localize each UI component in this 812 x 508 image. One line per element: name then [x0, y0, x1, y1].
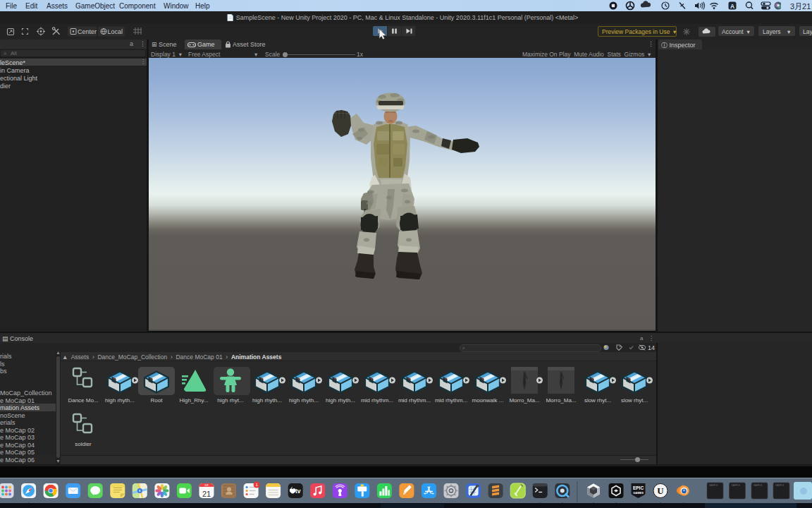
svg-text:SAMPLE: SAMPLE	[775, 484, 784, 487]
svg-text:high rhyth...: high rhyth...	[252, 397, 282, 404]
svg-text:SAMPLE: SAMPLE	[732, 484, 740, 487]
svg-text:high rhyth...: high rhyth...	[105, 397, 135, 404]
svg-text:mid rhythm...: mid rhythm...	[398, 397, 431, 404]
svg-text:slow rhyt...: slow rhyt...	[621, 397, 648, 404]
svg-text:mid rhythm...: mid rhythm...	[435, 397, 467, 404]
svg-text:SAMPLE: SAMPLE	[753, 484, 762, 487]
svg-text:high rhyth...: high rhyth...	[326, 397, 355, 404]
svg-text:Center: Center	[78, 28, 97, 35]
svg-text:tv: tv	[295, 488, 301, 495]
svg-text:Local: Local	[108, 28, 123, 35]
svg-text:slow rhyt...: slow rhyt...	[584, 397, 611, 404]
svg-text:EPIC: EPIC	[633, 485, 644, 490]
svg-text:21: 21	[202, 490, 211, 498]
svg-text:soldier: soldier	[75, 441, 92, 447]
svg-text:high rhyt...: high rhyt...	[217, 397, 243, 404]
svg-text:moonwalk ...: moonwalk ...	[472, 397, 504, 404]
svg-text:Root: Root	[151, 397, 164, 404]
svg-text:Morro_Ma...: Morro_Ma...	[509, 397, 539, 404]
svg-text:3月: 3月	[204, 484, 209, 487]
svg-text:14: 14	[648, 344, 655, 351]
svg-text:High_Rhy...: High_Rhy...	[179, 397, 208, 404]
svg-text:U: U	[657, 485, 664, 496]
svg-text:high rhyth...: high rhyth...	[289, 397, 319, 404]
svg-text:Morro_Ma...: Morro_Ma...	[546, 397, 576, 404]
svg-text:A: A	[730, 3, 734, 10]
svg-text:GAMES: GAMES	[633, 491, 644, 495]
svg-text:Dance Mo...: Dance Mo...	[68, 397, 98, 404]
svg-text:mid rhythm...: mid rhythm...	[361, 397, 393, 404]
svg-text:SAMPLE: SAMPLE	[709, 484, 718, 487]
